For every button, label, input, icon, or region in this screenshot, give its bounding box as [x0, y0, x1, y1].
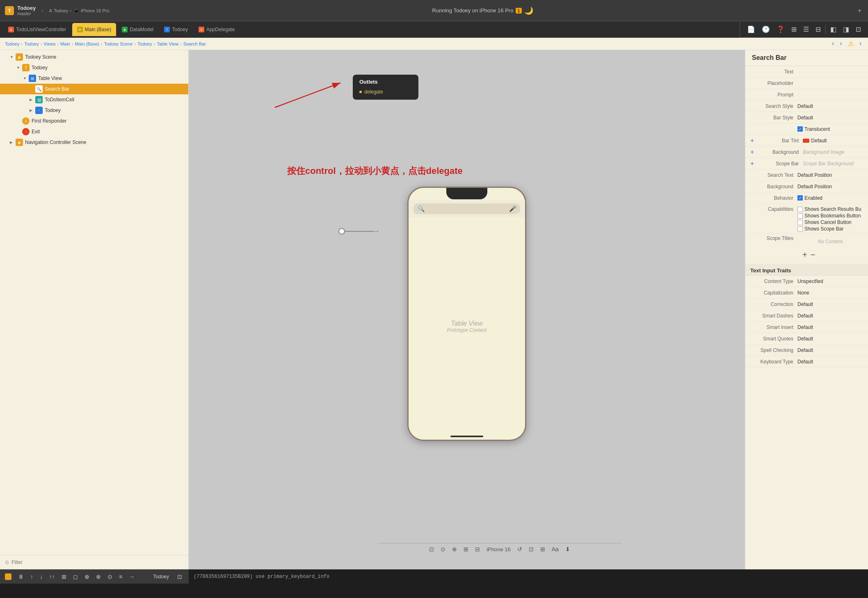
device-icon9[interactable]: Aa	[552, 546, 559, 552]
tree-item-searchbar[interactable]: 🔍 Search Bar	[0, 84, 188, 94]
phone-home-bar	[450, 436, 483, 437]
toolbar-link[interactable]: ⊕	[83, 573, 91, 581]
tree-item-todoey[interactable]: T Todoey	[0, 62, 188, 73]
title-bar-right: +	[856, 6, 863, 15]
inspector-icon[interactable]: ⊡	[854, 25, 863, 34]
breadcrumb-searchbar[interactable]: Search Bar	[183, 41, 206, 46]
adjust-icon[interactable]: ◧	[828, 25, 838, 34]
value-scopebar[interactable]: Scope Bar Background	[803, 161, 863, 167]
breadcrumb-more[interactable]: ›	[858, 39, 863, 48]
breadcrumb-tableview[interactable]: Table View	[157, 41, 178, 46]
tab-appdelegate[interactable]: S AppDelegate	[194, 23, 240, 36]
tree-item-navcontroller-scene[interactable]: ◈ Navigation Controller Scene	[0, 137, 188, 148]
toolbar-down[interactable]: ↓	[38, 573, 44, 581]
toolbar-list[interactable]: ≡	[117, 573, 124, 581]
breadcrumb-back[interactable]: ‹	[830, 39, 836, 48]
grid-icon[interactable]: ⊞	[789, 25, 799, 34]
device-icon1[interactable]: ⊡	[429, 546, 434, 552]
arrow-todoey-nav[interactable]	[30, 108, 35, 112]
arrow-navcontroller-scene[interactable]	[10, 140, 16, 144]
breadcrumb-todoey3[interactable]: Todoey	[137, 41, 152, 46]
value-correction[interactable]: Default	[797, 301, 863, 307]
toolbar-arrow[interactable]: →	[127, 573, 136, 581]
scope-remove-btn[interactable]: −	[811, 250, 815, 260]
help-icon[interactable]: ❓	[774, 25, 787, 34]
tree-item-tableview[interactable]: ⊞ Table View	[0, 73, 188, 84]
outlets-delegate[interactable]: delegate	[359, 88, 412, 96]
search-input-mock[interactable]: 🔍 🎤	[413, 203, 520, 214]
breadcrumb-todoey-scene[interactable]: Todoey Scene	[104, 41, 133, 46]
breadcrumb-views[interactable]: Views	[43, 41, 55, 46]
tree-item-todoitemcell[interactable]: ▤ ToDoItemCell	[0, 94, 188, 105]
device-icon4[interactable]: ⊞	[464, 546, 468, 552]
device-icon5[interactable]: ⊟	[475, 546, 480, 552]
prop-smartdashes: Smart Dashes Default	[745, 310, 868, 322]
value-contenttype[interactable]: Unspecified	[797, 278, 863, 284]
tree-item-firstresponder[interactable]: 1 First Responder	[0, 116, 188, 126]
plus-bartint[interactable]: +	[750, 137, 754, 144]
breadcrumb-main[interactable]: Main	[60, 41, 70, 46]
toolbar-up1[interactable]: ↑	[29, 573, 35, 581]
navigator-icon[interactable]: ◨	[841, 25, 851, 34]
value-capitalization[interactable]: None	[797, 290, 863, 296]
plus-scopebar[interactable]: +	[750, 160, 754, 167]
value-smartquotes[interactable]: Default	[797, 336, 863, 342]
value-background[interactable]: Background Image	[803, 149, 863, 155]
value-searchtext[interactable]: Default Position	[797, 172, 863, 178]
cap-cancel[interactable]: Shows Cancel Button	[797, 219, 863, 225]
breadcrumb-todoey1[interactable]: Todoey	[5, 41, 19, 46]
cap-bookmarks[interactable]: Shows Bookmarks Button	[797, 213, 863, 219]
value-smartdashes[interactable]: Default	[797, 313, 863, 319]
tab-main-base[interactable]: ⊟ Main (Base)	[72, 23, 116, 36]
file-icon[interactable]: 📄	[745, 25, 757, 34]
value-bartint[interactable]: Default	[811, 138, 863, 144]
toolbar-expand[interactable]: ⊡	[176, 573, 184, 581]
tab-todoey[interactable]: T Todoey	[159, 23, 193, 36]
tree-item-todoey-scene[interactable]: ◈ Todoey Scene	[0, 52, 188, 62]
filter-input[interactable]	[11, 559, 184, 565]
arrow-todoey-scene[interactable]	[10, 55, 16, 59]
tree-item-exit[interactable]: → Exit	[0, 126, 188, 137]
device-icon3[interactable]: ⊕	[452, 546, 457, 552]
checkbox-behavior[interactable]: ✓ Enabled	[797, 195, 822, 201]
plus-background[interactable]: +	[750, 148, 754, 156]
breadcrumb-todoey2[interactable]: Todoey	[24, 41, 39, 46]
mic-icon: 🎤	[509, 205, 516, 212]
toolbar-pause[interactable]: ⏸	[16, 573, 25, 581]
device-icon8[interactable]: ⊞	[540, 546, 545, 552]
scope-add-btn[interactable]: +	[802, 250, 807, 260]
toolbar-square[interactable]: ◻	[71, 573, 80, 581]
arrow-todoey[interactable]	[16, 66, 22, 70]
value-bg-position[interactable]: Default Position	[797, 184, 863, 189]
device-icon6[interactable]: ↺	[517, 546, 522, 552]
plus-button[interactable]: +	[856, 6, 863, 15]
checkbox-translucent[interactable]: ✓ Translucent	[797, 126, 830, 132]
value-barstyle[interactable]: Default	[797, 115, 863, 121]
value-searchstyle[interactable]: Default	[797, 103, 863, 109]
device-icon10[interactable]: ⬇	[565, 546, 570, 552]
breadcrumb-forward[interactable]: ›	[838, 39, 843, 48]
breadcrumb-warning[interactable]: ⚠	[846, 39, 855, 48]
value-smartinsert[interactable]: Default	[797, 324, 863, 330]
breadcrumb-main-base[interactable]: Main (Base)	[75, 41, 99, 46]
cap-scopebar[interactable]: Shows Scope Bar	[797, 226, 863, 232]
value-keyboardtype[interactable]: Default	[797, 359, 863, 365]
toolbar-circle[interactable]: ⊙	[106, 573, 114, 581]
toolbar-grid[interactable]: ⊞	[60, 573, 68, 581]
sidebar-icon[interactable]: ⊟	[813, 25, 823, 34]
scene-tree: ◈ Todoey Scene T Todoey ⊞ Table View	[0, 50, 188, 555]
value-spellchecking[interactable]: Default	[797, 347, 863, 353]
cap-searchresults[interactable]: Shows Search Results Bu	[797, 206, 863, 212]
tab-todolistviewcontroller[interactable]: S TodoListViewController	[3, 23, 71, 36]
device-icon2[interactable]: ⊙	[441, 546, 445, 552]
arrow-tableview[interactable]	[23, 76, 29, 80]
toolbar-link2[interactable]: ⊗	[94, 573, 103, 581]
tree-item-todoey-nav[interactable]: ‹ Todoey	[0, 105, 188, 116]
tab-datamodel[interactable]: ◈ DataModel	[117, 23, 158, 36]
label-firstresponder: First Responder	[32, 118, 66, 124]
device-icon7[interactable]: ⊡	[529, 546, 534, 552]
clock-icon[interactable]: 🕐	[760, 25, 772, 34]
toolbar-up2[interactable]: ↑↑	[48, 573, 57, 581]
list-icon[interactable]: ☰	[801, 25, 811, 34]
arrow-todoitemcell[interactable]	[30, 98, 35, 102]
